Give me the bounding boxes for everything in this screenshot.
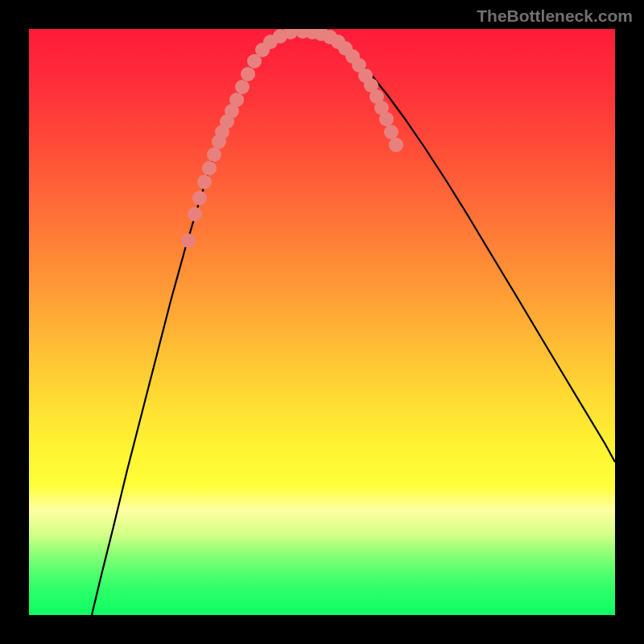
curve-right-branch [303, 31, 615, 462]
data-marker [389, 138, 403, 152]
data-marker [379, 112, 394, 126]
markers-right-cluster [295, 29, 403, 152]
data-marker [241, 67, 255, 81]
chart-plot-area [29, 29, 615, 615]
data-marker [197, 175, 212, 189]
markers-left-cluster [181, 29, 298, 248]
chart-svg [29, 29, 615, 615]
data-marker [207, 147, 221, 162]
data-marker [384, 125, 398, 139]
data-marker [181, 233, 196, 248]
data-marker [202, 161, 217, 175]
data-marker [188, 207, 202, 221]
data-marker [229, 93, 244, 107]
watermark-text: TheBottleneck.com [477, 6, 633, 26]
data-marker [192, 191, 207, 205]
curve-left-branch [92, 31, 303, 615]
data-marker [235, 80, 250, 94]
